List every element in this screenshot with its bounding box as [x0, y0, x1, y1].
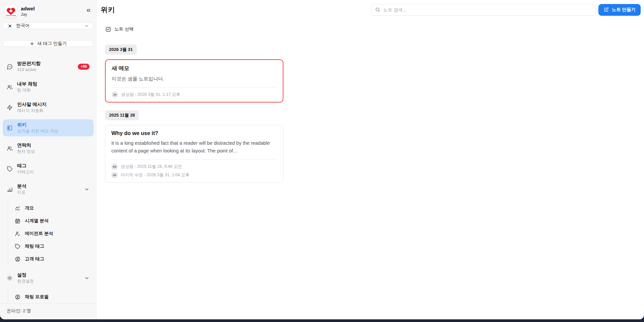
sidebar-content: HEALTHCARE adwel Jay [0, 0, 96, 303]
sidebar-item-analytics[interactable]: 분석 지표 [3, 181, 94, 198]
sidebar-item-label: 설정 [17, 272, 34, 278]
submenu-item-timeseries[interactable]: 시계열 분석 [15, 214, 94, 227]
logo-caption: HEALTHCARE [6, 15, 16, 16]
sidebar-item-label: 연락처 [17, 142, 35, 148]
chevron-down-icon [84, 23, 89, 28]
date-group-chip: 2025 11월 28 [105, 110, 139, 120]
calendar-icon [15, 218, 20, 224]
current-user-name: Jay [21, 12, 35, 17]
page-title: 위키 [101, 5, 115, 14]
user-circle-icon [15, 294, 20, 300]
sidebar-item-sublabel: 419 active [17, 67, 41, 72]
note-meta-text: 마지막 수정 - 2026 3월 31, 1:04 오후 [121, 172, 190, 178]
note-card[interactable]: Why do we use it? It is a long establish… [105, 125, 283, 183]
sidebar-item-label: 인사말 메시지 [17, 102, 47, 107]
submenu-item-label: 채팅 프로필 [25, 294, 49, 300]
note-meta-text: 생성됨 - 2025 11월 28, 9:46 오전 [121, 164, 182, 170]
language-selector[interactable]: 한국어 [3, 22, 94, 29]
bar-chart-icon [7, 186, 13, 192]
checkbox-checked-icon [105, 26, 111, 32]
sidebar-item-sublabel: 메시지 자동화 [17, 108, 47, 113]
sidebar-item-sublabel: 팀 대화 [17, 88, 37, 93]
submenu-item-label: 고객 태그 [25, 256, 44, 262]
note-group: 2025 11월 28 Why do we use it? It is a lo… [101, 103, 641, 183]
avatar: JA [112, 91, 118, 98]
main-content: 위키 노트 만들기 노트 선택 2026 3월 31 새 메모 [97, 0, 644, 319]
search-icon [375, 7, 380, 12]
sidebar-item-wiki[interactable]: 위키 조직을 위한 메모 작성 [3, 119, 94, 136]
sidebar-collapse-button[interactable] [86, 7, 92, 14]
select-notes-label: 노트 선택 [114, 26, 134, 32]
submenu-item-customer-tags[interactable]: 고객 태그 [15, 253, 94, 265]
contacts-icon [7, 145, 13, 151]
chevrons-left-icon [86, 7, 92, 13]
sidebar-menu: 받은편지함 419 active +99 내부 채팅 팀 대화 [3, 58, 94, 303]
submenu-item-agent-analytics[interactable]: 에이전트 분석 [15, 227, 94, 240]
lightning-icon [7, 105, 13, 111]
note-body: It is a long established fact that a rea… [111, 139, 277, 155]
sidebar-item-label: 내부 채팅 [17, 81, 37, 87]
gear-icon [7, 275, 13, 281]
sidebar-item-label: 받은편지함 [17, 61, 41, 66]
note-search [371, 4, 596, 16]
app-name: adwel [21, 6, 35, 11]
sidebar-item-inbox[interactable]: 받은편지함 419 active +99 [3, 58, 94, 75]
tag-icon [15, 244, 20, 249]
new-tag-button-label: 새 태그 만들기 [37, 41, 67, 47]
submenu-item-chat-profile[interactable]: 채팅 프로필 [15, 291, 94, 303]
app-logo: HEALTHCARE [5, 5, 17, 18]
sidebar-item-tags[interactable]: 태그 카테고리 [3, 160, 94, 177]
sidebar-header: HEALTHCARE adwel Jay [3, 5, 94, 18]
line-chart-icon [15, 205, 20, 211]
note-title: Why do we use it? [111, 130, 277, 136]
new-tag-button[interactable]: 새 태그 만들기 [3, 40, 94, 47]
sidebar-item-label: 태그 [17, 163, 34, 169]
analytics-submenu: 개요 시계열 분석 에이전트 분석 [8, 201, 94, 266]
sidebar-item-sublabel: 환경설정 [17, 279, 34, 284]
submenu-item-overview[interactable]: 개요 [15, 202, 94, 214]
chat-bubble-icon [7, 64, 13, 70]
app-window: HEALTHCARE adwel Jay [0, 0, 644, 319]
submenu-item-chat-tags[interactable]: 채팅 태그 [15, 240, 94, 253]
sidebar-item-sublabel: 지표 [17, 190, 26, 195]
language-selected-label: 한국어 [16, 23, 30, 29]
divider [111, 159, 277, 159]
unread-count-badge: +99 [78, 64, 90, 70]
app-identity: adwel Jay [21, 5, 35, 17]
sidebar-item-contacts[interactable]: 연락처 환자 정보 [3, 140, 94, 157]
user-tag-icon [15, 256, 20, 262]
note-meta-row: JA 생성됨 - 2026 3월 31, 1:17 오후 [112, 90, 277, 99]
note-meta-row: AD 생성됨 - 2025 11월 28, 9:46 오전 [111, 163, 277, 171]
note-body: 이것은 샘플 노트입니다. [112, 75, 277, 83]
main-header: 위키 노트 만들기 [101, 0, 641, 19]
healthcare-heart-icon: HEALTHCARE [6, 6, 16, 17]
avatar: AD [111, 164, 118, 170]
edit-icon [603, 7, 609, 12]
submenu-item-label: 채팅 태그 [25, 243, 44, 249]
note-title: 새 메모 [112, 65, 277, 72]
sidebar-item-internal-chat[interactable]: 내부 채팅 팀 대화 [3, 78, 94, 95]
create-note-button[interactable]: 노트 만들기 [598, 4, 641, 16]
online-status: 온라인: 2 명 [0, 303, 96, 319]
wiki-panel-icon [7, 125, 13, 131]
avatar: JA [111, 172, 118, 178]
tag-icon [7, 166, 13, 172]
note-meta-text: 생성됨 - 2026 3월 31, 1:17 오후 [121, 92, 180, 98]
sidebar-item-label: 위키 [17, 122, 58, 128]
korean-flag-icon [7, 23, 13, 29]
sidebar-item-settings[interactable]: 설정 환경설정 [3, 269, 94, 286]
note-card[interactable]: 새 메모 이것은 샘플 노트입니다. JA 생성됨 - 2026 3월 31, … [105, 59, 283, 103]
sidebar-item-label: 분석 [17, 183, 26, 189]
create-note-button-label: 노트 만들기 [612, 7, 636, 13]
sidebar: HEALTHCARE adwel Jay [0, 0, 97, 319]
chevron-down-icon [84, 275, 90, 281]
sidebar-item-greeting-messages[interactable]: 인사말 메시지 메시지 자동화 [3, 99, 94, 116]
window-bottom-edge [0, 319, 644, 322]
settings-submenu: 채팅 프로필 [8, 290, 94, 303]
note-meta-row: JA 마지막 수정 - 2026 3월 31, 1:04 오후 [111, 171, 277, 179]
select-notes-toggle[interactable]: 노트 선택 [105, 26, 641, 32]
note-search-input[interactable] [383, 7, 592, 12]
sidebar-item-sublabel: 카테고리 [17, 170, 34, 175]
date-group-chip: 2026 3월 31 [105, 45, 137, 55]
divider [112, 87, 277, 87]
